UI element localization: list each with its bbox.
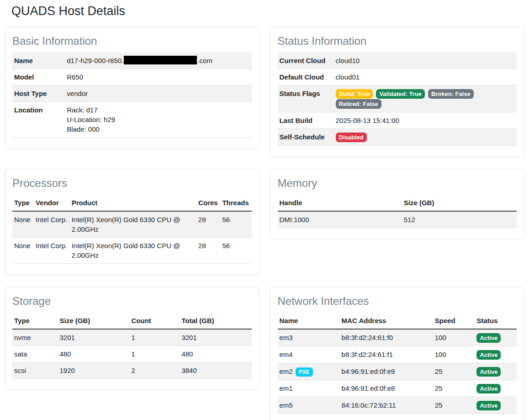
status-row-last-build: Last Build 2025-08-13 15:41:00: [278, 112, 517, 129]
quads-host-details-page: QUADS Host Details Basic Information Nam…: [0, 0, 529, 420]
memory-card: Memory HandleSize (GB) DMI:1000512: [270, 169, 525, 239]
redaction-box: [124, 56, 197, 64]
processors-cell: 56: [220, 238, 251, 264]
interface-speed-cell: 100: [433, 329, 475, 346]
storage-cell: 3201: [58, 329, 129, 346]
interface-mac-cell: 84:16:0c:72:b2:11: [340, 397, 433, 414]
network-interface-row: em4b8:3f:d2:24:61:f1100Active: [278, 346, 517, 363]
storage-column-header: Size (GB): [58, 313, 129, 329]
processors-table: TypeVendorProductCoresThreads NoneIntel …: [12, 195, 252, 264]
self-schedule-badge: Disabled: [336, 133, 367, 142]
interface-status-cell: Active: [475, 380, 517, 397]
processors-column-header: Product: [70, 195, 196, 211]
storage-cell: scsi: [12, 362, 58, 379]
network-header-row: NameMAC AddressSpeedStatus: [278, 313, 517, 329]
status-flags-label: Status Flags: [278, 85, 334, 112]
processors-cell: None: [12, 211, 34, 238]
network-interface-row: em3b8:3f:d2:24:61:f0100Active: [278, 329, 517, 346]
current-cloud-label: Current Cloud: [278, 53, 334, 69]
interface-status-badge: Active: [476, 384, 501, 393]
interface-speed-cell: 100: [433, 346, 475, 363]
storage-cell: nvme: [12, 329, 58, 346]
name-prefix: d17-h29-000-r650.: [67, 57, 123, 64]
interface-speed-cell: 25: [433, 397, 475, 414]
status-information-table: Current Cloud cloud10 Default Cloud clou…: [278, 53, 517, 146]
storage-table: TypeSize (GB)CountTotal (GB) nvme3201132…: [12, 313, 252, 379]
processors-column-header: Threads: [220, 195, 251, 211]
storage-cell: 1: [130, 329, 180, 346]
current-cloud-value: cloud10: [334, 53, 517, 69]
basic-information-title: Basic Information: [12, 34, 252, 48]
model-value: R650: [65, 69, 251, 85]
host-type-value: vendor: [65, 85, 251, 102]
interface-mac-cell: b4:96:91:ed:0f:e9: [340, 363, 433, 380]
processors-cell: 28: [196, 238, 220, 264]
interface-status-cell: Active: [475, 363, 517, 380]
processors-cell: 56: [220, 211, 251, 238]
cards-grid: Basic Information Name d17-h29-000-r650.…: [5, 27, 524, 420]
page-title: QUADS Host Details: [5, 3, 524, 19]
network-column-header: Speed: [433, 313, 475, 329]
status-flag-badge: Validated: True: [376, 89, 424, 99]
interface-name-cell: em3: [278, 329, 340, 346]
interface-name: em5: [280, 401, 293, 409]
interface-status-cell: Active: [475, 329, 517, 346]
interface-mac-cell: b4:96:91:ed:0f:e8: [340, 380, 433, 397]
basic-row-model: Model R650: [12, 69, 252, 85]
interface-speed-cell: 25: [433, 363, 475, 380]
basic-row-location: Location Rack: d17 U-Location: h29 Blade…: [12, 102, 252, 138]
status-information-card: Status Information Current Cloud cloud10…: [270, 27, 525, 157]
status-row-flags: Status Flags Build: TrueValidated: TrueB…: [278, 85, 517, 112]
interface-name-cell: em2PXE: [278, 363, 340, 380]
network-column-header: Name: [278, 313, 340, 329]
storage-row: nvme320113201: [12, 329, 252, 346]
interface-mac-cell: b8:3f:d2:24:61:f0: [340, 329, 433, 346]
interface-status-badge: Active: [476, 333, 501, 343]
storage-cell: 3201: [180, 329, 251, 346]
name-label: Name: [12, 53, 65, 69]
memory-table: HandleSize (GB) DMI:1000512: [278, 195, 517, 228]
memory-cell: DMI:1000: [278, 211, 402, 228]
memory-column-header: Handle: [278, 195, 402, 211]
location-rack: Rack: d17: [67, 105, 249, 115]
interface-name: em3: [280, 334, 293, 341]
interface-status-cell: Active: [475, 397, 517, 414]
status-row-default-cloud: Default Cloud cloud01: [278, 69, 517, 85]
interface-name-cell: em5: [278, 397, 340, 414]
interface-status-badge: Active: [476, 350, 501, 360]
status-flag-badge: Build: True: [336, 89, 373, 99]
network-table: NameMAC AddressSpeedStatus em3b8:3f:d2:2…: [278, 313, 517, 414]
name-value: d17-h29-000-r650..com: [65, 53, 251, 69]
status-row-self-schedule: Self-Schedule Disabled: [278, 129, 517, 146]
pxe-badge: PXE: [296, 367, 313, 377]
storage-column-header: Total (GB): [180, 313, 251, 329]
default-cloud-value: cloud01: [334, 69, 517, 85]
storage-cell: 1: [130, 346, 180, 362]
status-information-title: Status Information: [278, 34, 517, 48]
status-flags-badges: Build: TrueValidated: TrueBroken: FalseR…: [334, 85, 517, 112]
interface-status-badge: Active: [476, 367, 501, 377]
status-flag-badge: Broken: False: [428, 89, 474, 99]
status-flag-badge: Retired: False: [336, 99, 381, 109]
interface-mac-cell: b8:3f:d2:24:61:f1: [340, 346, 433, 363]
processors-column-header: Type: [12, 195, 34, 211]
storage-cell: 2: [130, 362, 180, 379]
network-column-header: MAC Address: [340, 313, 433, 329]
storage-cell: sata: [12, 346, 58, 362]
name-suffix: .com: [197, 57, 212, 64]
location-value: Rack: d17 U-Location: h29 Blade: 000: [65, 102, 251, 138]
processors-row: NoneIntel Corp.Intel(R) Xeon(R) Gold 633…: [12, 238, 252, 264]
processors-title: Processors: [12, 176, 252, 190]
location-label: Location: [12, 102, 65, 138]
processors-column-header: Vendor: [34, 195, 70, 211]
storage-row: sata4801480: [12, 346, 252, 362]
storage-cell: 3840: [180, 362, 251, 379]
interface-name-cell: em1: [278, 380, 340, 397]
interface-status-badge: Active: [476, 401, 501, 410]
memory-column-header: Size (GB): [402, 195, 517, 211]
location-blade: Blade: 000: [67, 124, 249, 134]
interface-name: em1: [280, 384, 293, 392]
basic-information-card: Basic Information Name d17-h29-000-r650.…: [5, 27, 259, 149]
location-ulocation: U-Location: h29: [67, 115, 249, 124]
last-build-value: 2025-08-13 15:41:00: [334, 112, 517, 129]
